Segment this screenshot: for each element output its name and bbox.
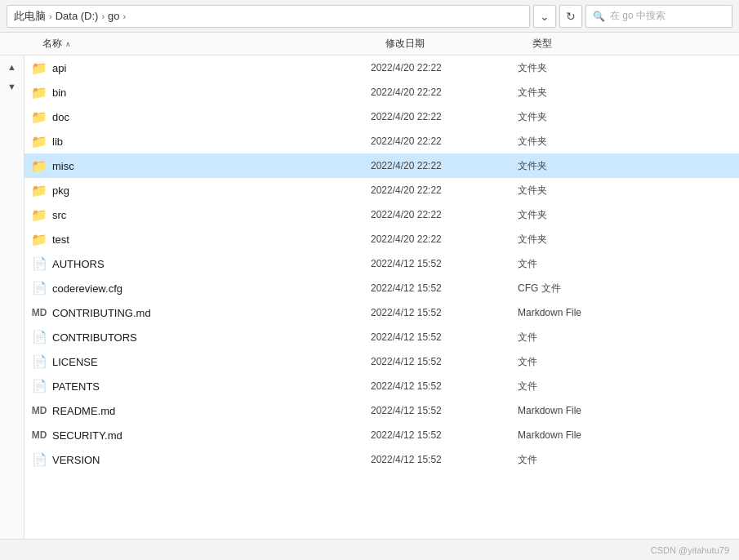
folder-icon: 📁	[31, 158, 47, 174]
file-name: CONTRIBUTING.md	[52, 307, 371, 319]
search-icon: 🔍	[593, 11, 605, 22]
table-row[interactable]: 📄 PATENTS 2022/4/12 15:52 文件	[24, 374, 739, 398]
breadcrumb-sep-1: ›	[101, 11, 105, 21]
file-type: 文件	[518, 453, 739, 467]
table-row[interactable]: 📁 api 2022/4/20 22:22 文件夹	[24, 56, 739, 80]
table-row[interactable]: 📄 LICENSE 2022/4/12 15:52 文件	[24, 349, 739, 374]
file-icon: 📄	[31, 451, 47, 468]
status-bar: CSDN @yitahutu79	[0, 539, 739, 560]
file-type: Markdown File	[518, 429, 739, 441]
breadcrumb[interactable]: 此电脑 › Data (D:) › go ›	[7, 5, 530, 28]
file-date: 2022/4/20 22:22	[371, 160, 518, 171]
file-name: README.md	[52, 405, 371, 417]
file-type: 文件夹	[518, 86, 739, 100]
file-date: 2022/4/20 22:22	[371, 233, 518, 245]
table-row[interactable]: 📁 misc 2022/4/20 22:22 文件夹	[24, 153, 739, 178]
file-date: 2022/4/20 22:22	[371, 184, 518, 196]
sidebar-down-button[interactable]: ▼	[4, 78, 20, 95]
file-type: 文件夹	[518, 61, 739, 75]
sidebar-up-button[interactable]: ▲	[4, 59, 20, 75]
breadcrumb-sep-2: ›	[123, 11, 127, 21]
col-name-header[interactable]: 名称 ∧	[42, 37, 385, 51]
table-row[interactable]: 📄 CONTRIBUTORS 2022/4/12 15:52 文件	[24, 325, 739, 349]
file-type: Markdown File	[518, 307, 739, 318]
file-icon: 📄	[31, 353, 47, 370]
main-layout: ▲ ▼ 📁 api 2022/4/20 22:22 文件夹 📁 bin 2022…	[0, 56, 739, 539]
file-date: 2022/4/12 15:52	[371, 307, 518, 318]
col-date-header[interactable]: 修改日期	[385, 37, 532, 51]
table-row[interactable]: MD README.md 2022/4/12 15:52 Markdown Fi…	[24, 398, 739, 423]
file-type: 文件夹	[518, 208, 739, 222]
file-name: lib	[52, 136, 371, 148]
file-type: 文件夹	[518, 159, 739, 173]
file-type: 文件	[518, 331, 739, 344]
table-row[interactable]: MD CONTRIBUTING.md 2022/4/12 15:52 Markd…	[24, 300, 739, 325]
table-row[interactable]: 📁 src 2022/4/20 22:22 文件夹	[24, 202, 739, 227]
file-icon: 📄	[31, 256, 47, 272]
table-row[interactable]: 📁 pkg 2022/4/20 22:22 文件夹	[24, 178, 739, 202]
table-row[interactable]: 📁 bin 2022/4/20 22:22 文件夹	[24, 80, 739, 104]
table-row[interactable]: 📁 doc 2022/4/20 22:22 文件夹	[24, 104, 739, 129]
file-type: 文件	[518, 355, 739, 369]
breadcrumb-pc[interactable]: 此电脑	[14, 9, 46, 24]
breadcrumb-go[interactable]: go	[108, 10, 119, 22]
search-placeholder: 在 go 中搜索	[610, 9, 666, 23]
dropdown-button[interactable]: ⌄	[533, 5, 556, 28]
col-name-label: 名称	[42, 37, 62, 51]
file-date: 2022/4/12 15:52	[371, 380, 518, 392]
file-date: 2022/4/12 15:52	[371, 356, 518, 367]
table-row[interactable]: 📁 test 2022/4/20 22:22 文件夹	[24, 227, 739, 251]
file-type: 文件夹	[518, 135, 739, 149]
file-list: 📁 api 2022/4/20 22:22 文件夹 📁 bin 2022/4/2…	[24, 56, 739, 539]
col-type-header[interactable]: 类型	[532, 37, 739, 51]
file-date: 2022/4/20 22:22	[371, 62, 518, 73]
table-row[interactable]: 📁 lib 2022/4/20 22:22 文件夹	[24, 129, 739, 153]
folder-icon: 📁	[31, 84, 47, 100]
file-date: 2022/4/20 22:22	[371, 136, 518, 147]
file-name: PATENTS	[52, 380, 371, 393]
file-date: 2022/4/12 15:52	[371, 405, 518, 416]
file-type: 文件夹	[518, 233, 739, 247]
file-date: 2022/4/12 15:52	[371, 282, 518, 294]
table-row[interactable]: MD SECURITY.md 2022/4/12 15:52 Markdown …	[24, 423, 739, 447]
file-date: 2022/4/12 15:52	[371, 454, 518, 465]
folder-icon: 📁	[31, 231, 47, 247]
file-type: 文件	[518, 257, 739, 271]
md-file-icon: MD	[31, 427, 47, 443]
column-headers: 名称 ∧ 修改日期 类型	[0, 33, 739, 56]
breadcrumb-sep-0: ›	[49, 11, 52, 21]
md-file-icon: MD	[31, 402, 47, 419]
file-type: 文件夹	[518, 110, 739, 124]
breadcrumb-drive[interactable]: Data (D:)	[56, 10, 99, 22]
file-date: 2022/4/20 22:22	[371, 111, 518, 122]
file-icon: 📄	[31, 280, 47, 296]
folder-icon: 📁	[31, 133, 47, 149]
file-name: test	[52, 233, 371, 246]
file-type: Markdown File	[518, 405, 739, 416]
folder-icon: 📁	[31, 60, 47, 76]
file-icon: 📄	[31, 378, 47, 394]
address-bar: 此电脑 › Data (D:) › go › ⌄ ↻ 🔍 在 go 中搜索	[0, 0, 739, 33]
table-row[interactable]: 📄 VERSION 2022/4/12 15:52 文件	[24, 447, 739, 472]
file-type: 文件	[518, 380, 739, 393]
sort-arrow-icon: ∧	[65, 40, 71, 48]
watermark-text: CSDN @yitahutu79	[651, 545, 729, 555]
file-date: 2022/4/20 22:22	[371, 87, 518, 98]
folder-icon: 📁	[31, 109, 47, 125]
md-file-icon: MD	[31, 304, 47, 321]
file-name: pkg	[52, 184, 371, 197]
file-name: api	[52, 62, 371, 74]
refresh-button[interactable]: ↻	[559, 5, 582, 28]
search-bar[interactable]: 🔍 在 go 中搜索	[585, 5, 732, 28]
sidebar: ▲ ▼	[0, 56, 24, 539]
folder-icon: 📁	[31, 207, 47, 223]
file-name: src	[52, 209, 371, 221]
file-name: SECURITY.md	[52, 429, 371, 442]
file-date: 2022/4/12 15:52	[371, 258, 518, 269]
table-row[interactable]: 📄 AUTHORS 2022/4/12 15:52 文件	[24, 251, 739, 276]
file-name: bin	[52, 87, 371, 99]
table-row[interactable]: 📄 codereview.cfg 2022/4/12 15:52 CFG 文件	[24, 276, 739, 300]
folder-icon: 📁	[31, 182, 47, 198]
file-icon: 📄	[31, 329, 47, 345]
file-name: VERSION	[52, 454, 371, 466]
